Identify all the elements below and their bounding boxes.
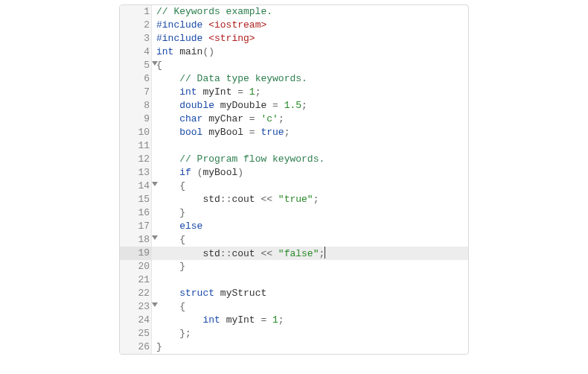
code-content[interactable]: std::cout << "false"; xyxy=(152,247,468,260)
token-kw: bool xyxy=(179,127,202,138)
token-op: :: xyxy=(220,248,232,259)
token-inc: <string> xyxy=(208,33,255,44)
code-content[interactable]: }; xyxy=(152,327,468,340)
code-content[interactable]: // Program flow keywords. xyxy=(152,153,468,166)
code-line[interactable]: 6 // Data type keywords. xyxy=(120,72,468,86)
code-line[interactable]: 20 } xyxy=(120,260,468,273)
token-op: } xyxy=(179,207,185,218)
token-pp: #include xyxy=(156,19,208,31)
token-kw: else xyxy=(179,221,202,232)
code-content[interactable]: // Keywords example. xyxy=(152,5,468,19)
token-str: "false" xyxy=(278,248,319,259)
gutter-line-number: 26 xyxy=(120,340,152,354)
code-line[interactable]: 23 { xyxy=(120,300,468,314)
code-line[interactable]: 10 bool myBool = true; xyxy=(120,126,468,139)
gutter-line-number: 2 xyxy=(120,19,152,32)
gutter-line-number: 22 xyxy=(120,287,152,300)
token-id xyxy=(156,328,179,339)
code-line[interactable]: 19 std::cout << "false"; xyxy=(120,247,468,260)
gutter-line-number: 8 xyxy=(120,99,152,112)
code-line[interactable]: 8 double myDouble = 1.5; xyxy=(120,99,468,112)
code-content[interactable]: bool myBool = true; xyxy=(152,126,468,139)
code-line[interactable]: 1// Keywords example. xyxy=(120,5,468,19)
code-line[interactable]: 7 int myInt = 1; xyxy=(120,86,468,99)
token-bool: true xyxy=(261,127,284,138)
code-content[interactable]: #include <string> xyxy=(152,32,468,45)
code-content[interactable] xyxy=(152,139,468,153)
code-line[interactable]: 21 xyxy=(120,273,468,287)
code-editor[interactable]: 1// Keywords example.2#include <iostream… xyxy=(119,4,469,355)
code-content[interactable]: // Data type keywords. xyxy=(152,72,468,86)
code-line[interactable]: 4int main() xyxy=(120,45,468,59)
gutter-line-number: 20 xyxy=(120,260,152,273)
code-line[interactable]: 12 // Program flow keywords. xyxy=(120,153,468,166)
code-line[interactable]: 18 { xyxy=(120,233,468,247)
gutter-line-number: 17 xyxy=(120,220,152,233)
code-line[interactable]: 24 int myInt = 1; xyxy=(120,314,468,327)
gutter-line-number: 12 xyxy=(120,153,152,166)
token-op: ; xyxy=(301,100,307,111)
token-id xyxy=(156,153,179,165)
code-content[interactable]: { xyxy=(152,300,468,314)
code-content[interactable]: { xyxy=(152,180,468,193)
code-line[interactable]: 17 else xyxy=(120,220,468,233)
code-content[interactable]: int myInt = 1; xyxy=(152,86,468,99)
token-op: { xyxy=(179,180,185,191)
code-content[interactable]: else xyxy=(152,220,468,233)
token-id: myInt xyxy=(220,314,261,326)
token-id: myBool xyxy=(202,127,249,138)
gutter-line-number: 16 xyxy=(120,206,152,220)
code-content[interactable]: #include <iostream> xyxy=(152,19,468,32)
code-line[interactable]: 3#include <string> xyxy=(120,32,468,45)
code-content[interactable]: double myDouble = 1.5; xyxy=(152,99,468,112)
token-kw: int xyxy=(179,86,196,98)
code-content[interactable]: { xyxy=(152,233,468,247)
code-line[interactable]: 15 std::cout << "true"; xyxy=(120,193,468,206)
token-id xyxy=(156,127,179,138)
gutter-line-number: 3 xyxy=(120,32,152,45)
token-op: ; xyxy=(278,314,284,326)
token-op: = xyxy=(272,100,284,111)
gutter-line-number: 11 xyxy=(120,139,152,153)
token-op: { xyxy=(179,301,185,312)
token-kw: int xyxy=(156,46,173,57)
code-line[interactable]: 22 struct myStruct xyxy=(120,287,468,300)
code-line[interactable]: 9 char myChar = 'c'; xyxy=(120,112,468,126)
code-line[interactable]: 2#include <iostream> xyxy=(120,19,468,32)
code-line[interactable]: 5{ xyxy=(120,59,468,72)
gutter-line-number: 1 xyxy=(120,5,152,19)
token-num: 1 xyxy=(272,314,278,326)
token-cm: // Data type keywords. xyxy=(179,73,307,84)
code-content[interactable]: std::cout << "true"; xyxy=(152,193,468,206)
code-content[interactable]: if (myBool) xyxy=(152,166,468,180)
token-id: myInt xyxy=(197,86,238,98)
code-content[interactable]: struct myStruct xyxy=(152,287,468,300)
token-id: std xyxy=(156,248,220,259)
token-op: ; xyxy=(319,248,325,259)
code-content[interactable]: { xyxy=(152,59,468,72)
code-line[interactable]: 25 }; xyxy=(120,327,468,340)
gutter-line-number: 19 xyxy=(120,247,152,260)
code-content[interactable]: int myInt = 1; xyxy=(152,314,468,327)
code-line[interactable]: 14 { xyxy=(120,180,468,193)
token-pp: #include xyxy=(156,33,208,44)
token-id xyxy=(156,180,179,191)
code-line[interactable]: 26} xyxy=(120,340,468,354)
code-line[interactable]: 16 } xyxy=(120,206,468,220)
token-op: = xyxy=(249,113,261,124)
token-op: << xyxy=(261,248,278,259)
code-content[interactable]: } xyxy=(152,206,468,220)
token-op: }; xyxy=(179,328,191,339)
token-kw: struct xyxy=(179,288,214,299)
code-content[interactable]: } xyxy=(152,340,468,354)
code-content[interactable]: char myChar = 'c'; xyxy=(152,112,468,126)
token-id: myDouble xyxy=(214,100,272,111)
code-line[interactable]: 13 if (myBool) xyxy=(120,166,468,180)
gutter-line-number: 18 xyxy=(120,233,152,247)
code-content[interactable]: int main() xyxy=(152,45,468,59)
token-op: () xyxy=(202,46,214,57)
gutter-line-number: 14 xyxy=(120,180,152,193)
code-content[interactable] xyxy=(152,273,468,287)
code-content[interactable]: } xyxy=(152,260,468,273)
code-line[interactable]: 11 xyxy=(120,139,468,153)
